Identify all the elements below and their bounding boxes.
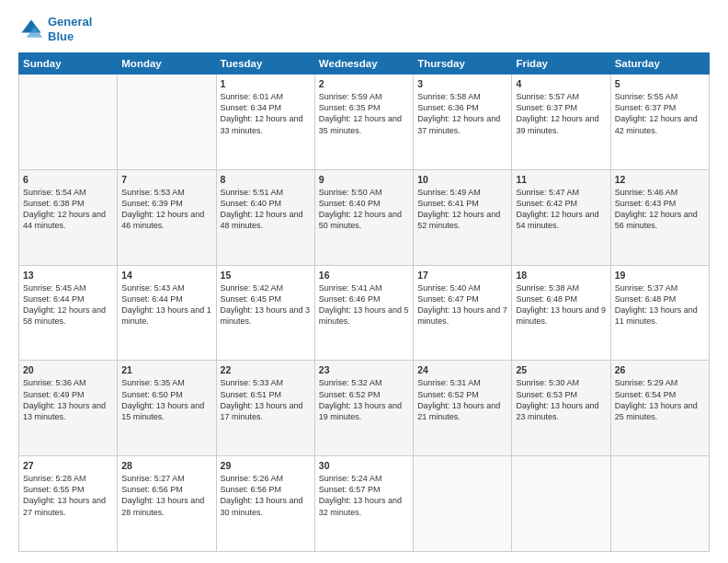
cell-info: Sunrise: 5:24 AM Sunset: 6:57 PM Dayligh… [319,473,409,518]
cell-day-number: 10 [417,174,507,185]
cell-day-number: 12 [615,174,705,185]
cell-info: Sunrise: 5:31 AM Sunset: 6:52 PM Dayligh… [417,377,507,422]
calendar-cell [118,75,216,170]
cell-info: Sunrise: 5:35 AM Sunset: 6:50 PM Dayligh… [121,377,211,422]
calendar-table: SundayMondayTuesdayWednesdayThursdayFrid… [18,52,710,552]
calendar-cell: 30Sunrise: 5:24 AM Sunset: 6:57 PM Dayli… [314,456,413,552]
calendar-cell: 17Sunrise: 5:40 AM Sunset: 6:47 PM Dayli… [414,265,512,361]
cell-info: Sunrise: 5:26 AM Sunset: 6:56 PM Dayligh… [221,473,311,518]
calendar-cell: 12Sunrise: 5:46 AM Sunset: 6:43 PM Dayli… [610,169,709,265]
cell-day-number: 19 [615,270,705,281]
cell-info: Sunrise: 5:32 AM Sunset: 6:52 PM Dayligh… [319,377,409,422]
cell-day-number: 17 [417,270,507,281]
cell-day-number: 30 [319,460,409,471]
logo: General Blue [18,15,92,43]
week-row-2: 6Sunrise: 5:54 AM Sunset: 6:38 PM Daylig… [19,169,710,265]
cell-day-number: 25 [516,364,606,375]
cell-day-number: 3 [417,78,507,89]
cell-day-number: 18 [516,270,606,281]
calendar-cell: 1Sunrise: 6:01 AM Sunset: 6:34 PM Daylig… [216,75,314,170]
cell-day-number: 16 [319,270,409,281]
cell-day-number: 21 [121,364,211,375]
calendar-cell: 19Sunrise: 5:37 AM Sunset: 6:48 PM Dayli… [610,265,709,361]
cell-info: Sunrise: 5:54 AM Sunset: 6:38 PM Dayligh… [23,187,113,232]
cell-info: Sunrise: 5:43 AM Sunset: 6:44 PM Dayligh… [121,282,211,327]
calendar-cell: 2Sunrise: 5:59 AM Sunset: 6:35 PM Daylig… [314,75,413,170]
logo-text: General Blue [48,15,92,43]
cell-info: Sunrise: 5:29 AM Sunset: 6:54 PM Dayligh… [615,377,705,422]
cell-day-number: 23 [319,364,409,375]
cell-info: Sunrise: 5:47 AM Sunset: 6:42 PM Dayligh… [516,187,606,232]
cell-info: Sunrise: 5:37 AM Sunset: 6:48 PM Dayligh… [615,282,705,327]
cell-day-number: 13 [23,270,113,281]
cell-day-number: 8 [221,174,311,185]
calendar-cell: 14Sunrise: 5:43 AM Sunset: 6:44 PM Dayli… [118,265,216,361]
cell-day-number: 28 [121,460,211,471]
cell-day-number: 27 [23,460,113,471]
calendar-cell: 26Sunrise: 5:29 AM Sunset: 6:54 PM Dayli… [610,361,709,456]
logo-icon [18,17,44,42]
calendar-cell: 23Sunrise: 5:32 AM Sunset: 6:52 PM Dayli… [314,361,413,456]
calendar-cell: 5Sunrise: 5:55 AM Sunset: 6:37 PM Daylig… [610,75,709,170]
cell-info: Sunrise: 5:57 AM Sunset: 6:37 PM Dayligh… [516,91,606,136]
calendar-cell: 27Sunrise: 5:28 AM Sunset: 6:55 PM Dayli… [19,456,118,552]
cell-day-number: 1 [221,78,311,89]
week-row-5: 27Sunrise: 5:28 AM Sunset: 6:55 PM Dayli… [19,456,710,552]
calendar-cell: 18Sunrise: 5:38 AM Sunset: 6:48 PM Dayli… [512,265,610,361]
day-header-thursday: Thursday [414,53,512,75]
calendar-cell [19,75,118,170]
page: General Blue SundayMondayTuesdayWednesda… [0,0,728,563]
calendar-cell: 3Sunrise: 5:58 AM Sunset: 6:36 PM Daylig… [414,75,512,170]
calendar-cell: 11Sunrise: 5:47 AM Sunset: 6:42 PM Dayli… [512,169,610,265]
calendar-cell: 25Sunrise: 5:30 AM Sunset: 6:53 PM Dayli… [512,361,610,456]
cell-day-number: 26 [615,364,705,375]
calendar-cell: 24Sunrise: 5:31 AM Sunset: 6:52 PM Dayli… [414,361,512,456]
calendar-cell: 7Sunrise: 5:53 AM Sunset: 6:39 PM Daylig… [118,169,216,265]
cell-day-number: 11 [516,174,606,185]
cell-day-number: 9 [319,174,409,185]
cell-info: Sunrise: 5:30 AM Sunset: 6:53 PM Dayligh… [516,377,606,422]
cell-day-number: 15 [221,270,311,281]
calendar-cell: 10Sunrise: 5:49 AM Sunset: 6:41 PM Dayli… [414,169,512,265]
calendar-cell: 29Sunrise: 5:26 AM Sunset: 6:56 PM Dayli… [216,456,314,552]
day-header-monday: Monday [118,53,216,75]
cell-day-number: 7 [121,174,211,185]
cell-day-number: 20 [23,364,113,375]
cell-info: Sunrise: 5:49 AM Sunset: 6:41 PM Dayligh… [417,187,507,232]
cell-info: Sunrise: 5:33 AM Sunset: 6:51 PM Dayligh… [221,377,311,422]
calendar-cell [414,456,512,552]
calendar-cell: 9Sunrise: 5:50 AM Sunset: 6:40 PM Daylig… [314,169,413,265]
cell-info: Sunrise: 5:58 AM Sunset: 6:36 PM Dayligh… [417,91,507,136]
calendar-cell: 13Sunrise: 5:45 AM Sunset: 6:44 PM Dayli… [19,265,118,361]
header: General Blue [18,15,710,43]
cell-info: Sunrise: 5:51 AM Sunset: 6:40 PM Dayligh… [221,187,311,232]
cell-info: Sunrise: 5:45 AM Sunset: 6:44 PM Dayligh… [23,282,113,327]
cell-info: Sunrise: 5:41 AM Sunset: 6:46 PM Dayligh… [319,282,409,327]
calendar-cell: 15Sunrise: 5:42 AM Sunset: 6:45 PM Dayli… [216,265,314,361]
cell-day-number: 29 [221,460,311,471]
week-row-3: 13Sunrise: 5:45 AM Sunset: 6:44 PM Dayli… [19,265,710,361]
cell-day-number: 2 [319,78,409,89]
calendar-cell: 8Sunrise: 5:51 AM Sunset: 6:40 PM Daylig… [216,169,314,265]
calendar-cell: 4Sunrise: 5:57 AM Sunset: 6:37 PM Daylig… [512,75,610,170]
cell-day-number: 14 [121,270,211,281]
cell-info: Sunrise: 5:46 AM Sunset: 6:43 PM Dayligh… [615,187,705,232]
cell-info: Sunrise: 5:28 AM Sunset: 6:55 PM Dayligh… [23,473,113,518]
cell-info: Sunrise: 5:38 AM Sunset: 6:48 PM Dayligh… [516,282,606,327]
week-row-4: 20Sunrise: 5:36 AM Sunset: 6:49 PM Dayli… [19,361,710,456]
cell-info: Sunrise: 5:36 AM Sunset: 6:49 PM Dayligh… [23,377,113,422]
calendar-cell [512,456,610,552]
cell-info: Sunrise: 5:55 AM Sunset: 6:37 PM Dayligh… [615,91,705,136]
cell-info: Sunrise: 6:01 AM Sunset: 6:34 PM Dayligh… [221,91,311,136]
calendar-cell [610,456,709,552]
cell-day-number: 6 [23,174,113,185]
week-row-1: 1Sunrise: 6:01 AM Sunset: 6:34 PM Daylig… [19,75,710,170]
cell-info: Sunrise: 5:40 AM Sunset: 6:47 PM Dayligh… [417,282,507,327]
calendar-cell: 28Sunrise: 5:27 AM Sunset: 6:56 PM Dayli… [118,456,216,552]
cell-info: Sunrise: 5:50 AM Sunset: 6:40 PM Dayligh… [319,187,409,232]
calendar-cell: 20Sunrise: 5:36 AM Sunset: 6:49 PM Dayli… [19,361,118,456]
calendar-cell: 22Sunrise: 5:33 AM Sunset: 6:51 PM Dayli… [216,361,314,456]
day-header-friday: Friday [512,53,610,75]
calendar-cell: 21Sunrise: 5:35 AM Sunset: 6:50 PM Dayli… [118,361,216,456]
cell-info: Sunrise: 5:27 AM Sunset: 6:56 PM Dayligh… [121,473,211,518]
